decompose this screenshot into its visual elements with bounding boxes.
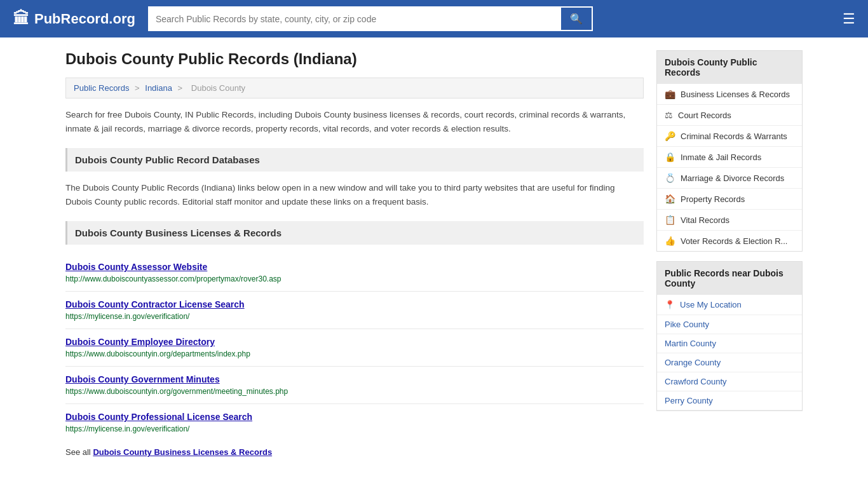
location-icon: 📍 (665, 300, 675, 309)
sidebar-public-records-header: Dubois County Public Records (657, 51, 802, 84)
nearby-county[interactable]: Orange County (657, 353, 802, 372)
search-input[interactable] (148, 6, 560, 31)
sidebar-item-label: Property Records (681, 194, 745, 204)
record-title[interactable]: Dubois County Government Minutes (65, 374, 644, 384)
search-button[interactable]: 🔍 (560, 6, 593, 31)
record-entry: Dubois County Professional License Searc… (65, 404, 644, 441)
logo-icon: 🏛 (13, 9, 29, 29)
sidebar-item[interactable]: 💍Marriage & Divorce Records (657, 168, 802, 189)
use-location[interactable]: 📍 Use My Location (657, 295, 802, 315)
sidebar-item-icon: 🔒 (665, 152, 675, 162)
site-header: 🏛 PubRecord.org 🔍 ☰ (0, 0, 868, 37)
search-icon: 🔍 (570, 13, 583, 24)
sidebar-item-label: Voter Records & Election R... (681, 236, 787, 246)
sidebar-item-icon: 👍 (665, 236, 675, 246)
sidebar-items-container: 💼Business Licenses & Records⚖Court Recor… (657, 84, 802, 251)
logo-text: PubRecord.org (34, 11, 135, 27)
breadcrumb-sep1: > (135, 83, 142, 93)
sidebar-item[interactable]: 🏠Property Records (657, 189, 802, 210)
sidebar-item[interactable]: 🔒Inmate & Jail Records (657, 147, 802, 168)
sidebar-item-icon: 📋 (665, 215, 675, 225)
breadcrumb-county: Dubois County (191, 83, 245, 93)
record-entry: Dubois County Government Minuteshttps://… (65, 367, 644, 404)
sidebar-item-label: Business Licenses & Records (681, 90, 790, 99)
databases-section-header: Dubois County Public Record Databases (65, 148, 644, 172)
sidebar: Dubois County Public Records 💼Business L… (656, 50, 803, 457)
sidebar-item-icon: 🏠 (665, 194, 675, 204)
record-url[interactable]: https://mylicense.in.gov/everification/ (65, 312, 644, 321)
record-title[interactable]: Dubois County Professional License Searc… (65, 412, 644, 422)
sidebar-item-label: Vital Records (681, 215, 729, 225)
record-title[interactable]: Dubois County Employee Directory (65, 337, 644, 347)
page-title: Dubois County Public Records (Indiana) (65, 50, 644, 68)
breadcrumb: Public Records > Indiana > Dubois County (65, 78, 644, 98)
public-records-sidebar-box: Dubois County Public Records 💼Business L… (656, 50, 803, 252)
sidebar-item[interactable]: ⚖Court Records (657, 105, 802, 126)
sidebar-item-icon: 💍 (665, 173, 675, 183)
record-entry: Dubois County Contractor License Searchh… (65, 292, 644, 329)
see-all-text: See all Dubois County Business Licenses … (65, 447, 644, 457)
sidebar-nearby-header: Public Records near Dubois County (657, 262, 802, 295)
main-container: Dubois County Public Records (Indiana) P… (53, 37, 815, 470)
use-location-label: Use My Location (680, 300, 742, 309)
record-title[interactable]: Dubois County Contractor License Search (65, 299, 644, 309)
record-url[interactable]: https://www.duboiscountyin.org/governmen… (65, 387, 644, 396)
search-area: 🔍 (148, 6, 593, 31)
breadcrumb-public-records[interactable]: Public Records (74, 83, 129, 93)
sidebar-item-icon: 🔑 (665, 131, 675, 141)
record-entry: Dubois County Assessor Websitehttp://www… (65, 254, 644, 292)
breadcrumb-indiana[interactable]: Indiana (145, 83, 172, 93)
record-title[interactable]: Dubois County Assessor Website (65, 262, 644, 272)
business-section-header: Dubois County Business Licenses & Record… (65, 221, 644, 245)
content-area: Dubois County Public Records (Indiana) P… (65, 50, 644, 457)
site-logo[interactable]: 🏛 PubRecord.org (13, 9, 135, 29)
record-url[interactable]: http://www.duboiscountyassessor.com/prop… (65, 274, 644, 283)
sidebar-item-icon: ⚖ (665, 110, 673, 120)
see-all-link[interactable]: Dubois County Business Licenses & Record… (93, 447, 272, 457)
menu-button[interactable]: ☰ (843, 11, 855, 27)
nearby-county[interactable]: Martin County (657, 334, 802, 353)
records-list: Dubois County Assessor Websitehttp://www… (65, 254, 644, 441)
sidebar-item-label: Court Records (678, 111, 731, 120)
nearby-county[interactable]: Perry County (657, 391, 802, 410)
sidebar-item-label: Criminal Records & Warrants (681, 132, 787, 141)
nearby-counties-container: Pike CountyMartin CountyOrange CountyCra… (657, 315, 802, 410)
sidebar-item[interactable]: 🔑Criminal Records & Warrants (657, 126, 802, 147)
record-url[interactable]: https://mylicense.in.gov/everification/ (65, 424, 644, 433)
nearby-sidebar-box: Public Records near Dubois County 📍 Use … (656, 261, 803, 411)
nearby-county[interactable]: Crawford County (657, 372, 802, 391)
sidebar-item[interactable]: 📋Vital Records (657, 210, 802, 231)
db-description: The Dubois County Public Records (Indian… (65, 181, 644, 208)
sidebar-item[interactable]: 👍Voter Records & Election R... (657, 231, 802, 251)
nearby-county[interactable]: Pike County (657, 315, 802, 334)
sidebar-item-label: Inmate & Jail Records (681, 152, 761, 162)
sidebar-item[interactable]: 💼Business Licenses & Records (657, 84, 802, 105)
intro-text: Search for free Dubois County, IN Public… (65, 108, 644, 135)
sidebar-item-icon: 💼 (665, 89, 675, 99)
record-url[interactable]: https://www.duboiscountyin.org/departmen… (65, 349, 644, 358)
sidebar-item-label: Marriage & Divorce Records (681, 173, 784, 183)
menu-icon: ☰ (843, 11, 855, 27)
record-entry: Dubois County Employee Directoryhttps://… (65, 329, 644, 367)
breadcrumb-sep2: > (178, 83, 185, 93)
